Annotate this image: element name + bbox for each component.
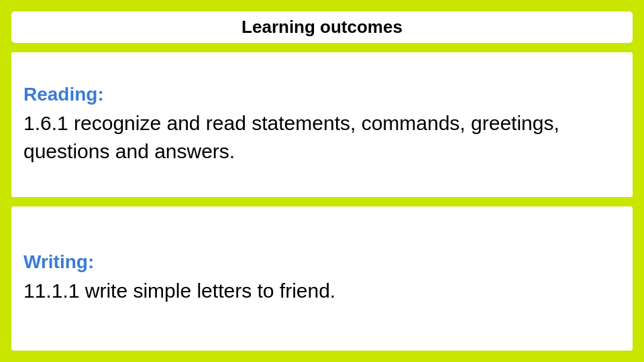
writing-section: Writing: 11.1.1 write simple letters to … [9, 204, 635, 353]
reading-text: 1.6.1 recognize and read statements, com… [23, 109, 621, 166]
writing-text: 11.1.1 write simple letters to friend. [23, 277, 621, 305]
title-bar: Learning outcomes [9, 9, 635, 45]
reading-label: Reading: [23, 84, 621, 105]
reading-section: Reading: 1.6.1 recognize and read statem… [9, 50, 635, 199]
outer-container: Learning outcomes Reading: 1.6.1 recogni… [7, 7, 637, 355]
page-title: Learning outcomes [241, 17, 402, 37]
writing-label: Writing: [23, 251, 621, 273]
